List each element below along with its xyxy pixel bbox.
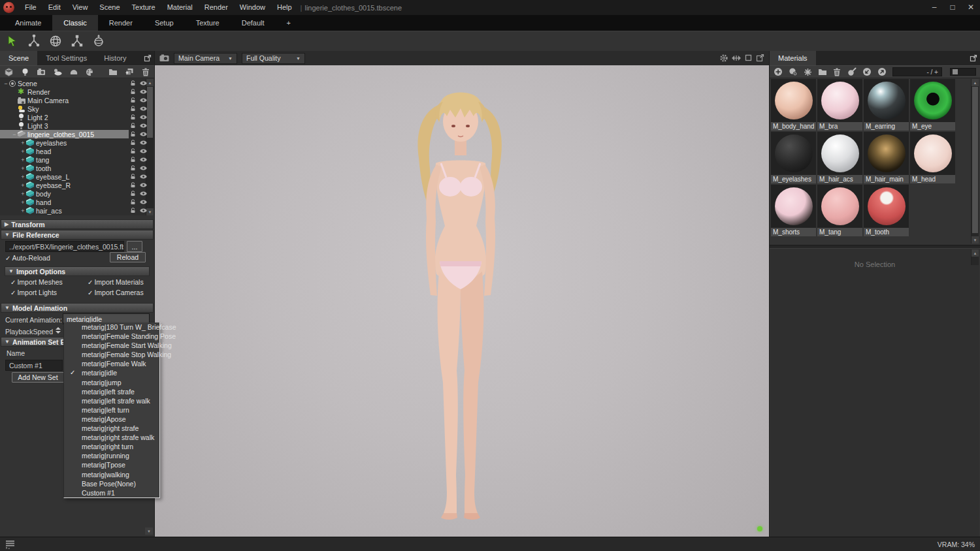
import-cameras-checkbox[interactable]: Import Cameras [88, 289, 144, 296]
import-lights-checkbox[interactable]: Import Lights [10, 289, 57, 296]
lock-icon[interactable] [130, 131, 136, 137]
visibility-icon[interactable] [140, 132, 147, 136]
lock-icon[interactable] [130, 199, 136, 205]
dropdown-item[interactable]: metarig|right strafe walk [64, 433, 159, 442]
menu-item[interactable]: Window [234, 0, 271, 15]
menu-item[interactable]: View [67, 0, 94, 15]
visibility-icon[interactable] [140, 115, 147, 119]
visibility-icon[interactable] [140, 166, 147, 170]
dropdown-item[interactable]: ✓ metarig|idle [64, 368, 159, 377]
render-canvas[interactable] [155, 65, 769, 537]
material-cell[interactable]: M_body_hand [771, 79, 816, 131]
tree-row[interactable]: + eyebase_R [0, 181, 154, 189]
add-material-icon[interactable] [85, 67, 95, 77]
tree-expander[interactable]: + [20, 191, 26, 197]
viewport-maximize-icon[interactable] [744, 54, 753, 63]
trash-icon[interactable] [833, 67, 841, 77]
materials-scrollbar[interactable]: ▲ ▼ [971, 79, 979, 244]
material-cell[interactable]: M_bra [817, 79, 862, 131]
dropdown-item[interactable]: metarig|Female Walk [64, 359, 159, 368]
material-cell[interactable]: M_eyelashes [771, 132, 816, 183]
workspace-tab[interactable]: Setup [144, 15, 185, 31]
visibility-icon[interactable] [140, 89, 147, 94]
dropdown-item[interactable]: Custom #1 [64, 488, 159, 497]
visibility-icon[interactable] [140, 157, 147, 162]
lock-icon[interactable] [130, 140, 136, 146]
lock-icon[interactable] [130, 106, 136, 112]
fbx-path-field[interactable]: ../export/FBX/lingerie_clothes_0015.fbx [5, 241, 124, 252]
visibility-icon[interactable] [140, 149, 147, 153]
pick-material-icon[interactable] [847, 67, 857, 77]
dropdown-item[interactable]: metarig|right turn [64, 442, 159, 451]
dropdown-item[interactable]: metarig|jump [64, 378, 159, 387]
folder-icon[interactable] [108, 67, 118, 77]
clear-materials-icon[interactable] [804, 67, 812, 77]
menu-item[interactable]: Scene [93, 0, 125, 15]
tree-expander[interactable]: + [20, 140, 26, 146]
window-control-button[interactable]: – [925, 0, 943, 15]
console-icon[interactable] [5, 540, 16, 549]
material-cell[interactable]: M_shorts [771, 185, 816, 236]
menu-item[interactable]: Texture [126, 0, 161, 15]
browse-button[interactable]: ... [127, 241, 142, 252]
material-cell[interactable]: M_earring [864, 79, 909, 131]
lock-icon[interactable] [130, 148, 136, 154]
viewport-settings-gear-icon[interactable] [719, 54, 728, 63]
lock-icon[interactable] [130, 80, 136, 86]
new-material-icon[interactable] [774, 67, 783, 77]
scroll-down-arrow[interactable]: ▼ [972, 236, 979, 244]
workspace-tab[interactable]: Texture [185, 15, 231, 31]
slider-knob[interactable] [953, 69, 958, 74]
dropdown-item[interactable]: metarig|180 Turn W_ Briefcase [64, 323, 159, 332]
set-name-field[interactable]: Custom #1 [5, 360, 63, 371]
folder-icon[interactable] [818, 67, 827, 77]
material-cell[interactable]: M_tooth [864, 185, 909, 236]
editor-scrollbar[interactable]: ▲ [971, 249, 979, 265]
tree-row[interactable]: Sky [0, 104, 154, 113]
tree-expander[interactable]: + [20, 174, 26, 180]
transform-section-header[interactable]: ▶ Transform [1, 219, 154, 229]
viewport-pan-icon[interactable] [732, 54, 741, 63]
workspace-tab[interactable]: Default [231, 15, 276, 31]
quality-select[interactable]: Full Quality ▼ [242, 53, 305, 64]
reload-button[interactable]: Reload [110, 252, 146, 262]
tree-row[interactable]: Render [0, 87, 154, 96]
import-materials-checkbox[interactable]: Import Materials [88, 278, 144, 286]
add-mesh-icon[interactable] [69, 67, 79, 77]
tree-row[interactable]: Light 3 [0, 121, 154, 130]
translate-tool-icon[interactable] [26, 33, 42, 49]
tree-row[interactable]: + tang [0, 155, 154, 164]
lock-icon[interactable] [130, 174, 136, 180]
material-cell[interactable]: M_tang [817, 185, 862, 236]
menu-item[interactable]: Help [271, 0, 298, 15]
material-cell[interactable]: M_hair_acs [817, 132, 862, 183]
dropdown-item[interactable]: metarig|Female Start Walking [64, 341, 159, 350]
panel-tab[interactable]: Scene [0, 51, 37, 65]
tree-row[interactable]: Main Camera [0, 96, 154, 104]
workspace-tab[interactable]: Animate [4, 15, 52, 31]
visibility-icon[interactable] [140, 200, 147, 204]
tree-row[interactable]: − lingerie_clothes_0015 [0, 130, 154, 138]
dropdown-item[interactable]: metarig|left strafe walk [64, 396, 159, 405]
scale-tool-icon[interactable] [69, 33, 85, 49]
load-material-icon[interactable] [862, 67, 872, 77]
lock-icon[interactable] [130, 89, 136, 95]
camera-select[interactable]: Main Camera ▼ [174, 53, 237, 64]
duplicate-icon[interactable] [124, 67, 134, 77]
tree-row[interactable]: + hair_acs [0, 206, 154, 215]
workspace-tab[interactable]: + [276, 15, 302, 31]
add-camera-icon[interactable] [37, 67, 46, 77]
import-meshes-checkbox[interactable]: Import Meshes [10, 278, 63, 286]
dropdown-item[interactable]: metarig|Tpose [64, 460, 159, 469]
lock-icon[interactable] [130, 97, 136, 103]
tree-row[interactable]: + eyebase_L [0, 172, 154, 181]
menu-item[interactable]: File [19, 0, 42, 15]
tree-row[interactable]: + body [0, 189, 154, 198]
lock-icon[interactable] [130, 208, 136, 213]
save-material-icon[interactable] [877, 67, 887, 77]
scroll-up-arrow[interactable]: ▲ [972, 79, 979, 86]
dropdown-item[interactable]: metarig|running [64, 451, 159, 460]
workspace-tab[interactable]: Classic [52, 15, 97, 31]
tree-expander[interactable]: + [20, 157, 26, 163]
window-control-button[interactable]: □ [943, 0, 962, 15]
